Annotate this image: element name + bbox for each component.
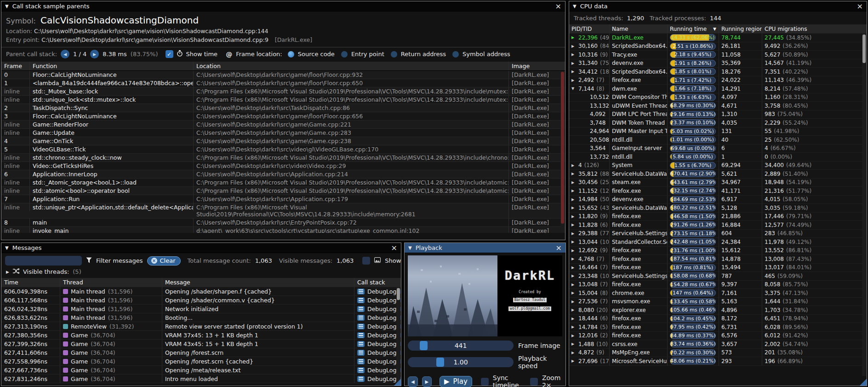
show-frame-checkbox[interactable] [362, 257, 370, 265]
expand-icon[interactable]: ▶ [571, 206, 576, 210]
cpu-row[interactable]: ▶15,004(8)chrome.exe147 ms (0.64%)7,1613… [569, 289, 867, 298]
expand-icon[interactable]: ▶ [571, 257, 576, 261]
column-header-pid/tid[interactable]: PID/TID [569, 24, 610, 33]
callstack-list-icon[interactable] [357, 323, 365, 329]
expand-icon[interactable]: ▶ [571, 197, 576, 202]
message-row[interactable]: 606,049,398nsMain thread(31,596)Opening … [1, 287, 401, 296]
cpu-row[interactable]: ▶16,464(7)firefox.exe187 ms (0.81%)15,49… [569, 264, 867, 272]
message-row[interactable]: 627,667,736nsGame(36,704)Opening /meta/r… [1, 366, 401, 375]
expand-icon[interactable]: ▶ [571, 325, 576, 329]
show-time-checkbox[interactable]: ✓ [166, 50, 173, 58]
prev-callstack-button[interactable]: ◀ [61, 50, 69, 58]
cpu-row[interactable]: ▶4(126)System1.55 s (6.70%)69,29434,400(… [569, 162, 867, 170]
callstack-row[interactable]: 5VideoGLBase::TickC:\Users\wolf\Desktop\… [1, 145, 565, 154]
cpu-row[interactable]: ▶15,652(43)ServiceHub.DataWarehou580.22 … [569, 204, 867, 213]
callstack-row[interactable]: 8mainC:\Users\wolf\Desktop\darkrl\src\En… [1, 219, 565, 227]
callstack-row[interactable]: 0Floor::CalcLightNoLuminanceC:\Users\wol… [1, 71, 565, 79]
callstack-list-icon[interactable] [357, 306, 365, 312]
expand-icon[interactable]: ▶ [571, 291, 576, 295]
cpu-row[interactable]: 13,732ntdll.dll5.84 us (0.00%)10(0.00%) [569, 153, 867, 162]
callstack-list-icon[interactable] [357, 289, 365, 295]
messages-scrollbar[interactable] [396, 287, 400, 384]
message-row[interactable]: 606,117,568nsMain thread(31,596)Opening … [1, 296, 401, 305]
cpu-row[interactable]: ▶11,152(12)firefox.exe632.15 ms (2.74%)4… [569, 187, 867, 196]
column-header-name[interactable]: Name [610, 24, 668, 33]
column-header-running-regions[interactable]: Running regions [719, 24, 762, 33]
cpu-row[interactable]: ▶10,316(9)Tracy.exe2.18 s (9.45%)11,0585… [569, 51, 867, 59]
cpu-row[interactable]: ▶8,080(20)explorer.exe105.66 ms (0.46%)4… [569, 306, 867, 315]
expand-icon[interactable]: ▶ [571, 248, 576, 253]
cpu-row[interactable]: 10,512DWM Compositor Thread1.53 s (6.63%… [569, 93, 867, 102]
message-row[interactable]: 627,380,356nsGame(36,704)VRAM 37x45: 13 … [1, 331, 401, 340]
callstack-row[interactable]: 2TaskDispatch::SyncC:\Users\wolf\Desktop… [1, 104, 565, 112]
resize-grip[interactable] [860, 379, 867, 386]
cpu-row[interactable]: ▶2,492(7)firefox.exe1.71 s (7.42%)24,022… [569, 76, 867, 85]
cpu-row[interactable]: ▶31,340(75)devenv.exe1.91 s (8.26%)35,36… [569, 59, 867, 68]
radio-source-code[interactable] [288, 51, 294, 58]
frame-image-slider[interactable]: 441 [408, 341, 514, 351]
cpu-row[interactable]: ▶29,388(77)ServiceHub.SettingsHost273.15… [569, 230, 867, 238]
callstack-row[interactable]: inlinestd::_Mutex_base::lockC:\Program F… [1, 87, 565, 96]
message-row[interactable]: 626,024,328nsMain thread(31,596)Network … [1, 305, 401, 313]
callstack-row[interactable]: 1<lambda_84a19dc444fae966ca174e83e708bdc… [1, 79, 565, 87]
sync-timeline-checkbox[interactable] [481, 378, 489, 386]
expand-icon[interactable]: ▶ [571, 172, 576, 176]
message-row[interactable]: 627,399,326nsGame(36,704)VRAM 43x45: 15 … [1, 340, 401, 348]
callstack-row[interactable]: inlineVideo::GetTicksHiResC:\Users\wolf\… [1, 162, 565, 170]
callstack-row[interactable]: inlinestd::atomic<bool>::operator boolC:… [1, 187, 565, 195]
expand-icon[interactable]: ▶ [571, 359, 576, 363]
cpu-row[interactable]: 3,748DWM Token Thread23.37 ms (0.10%)4,0… [569, 119, 867, 127]
radio-entry-point[interactable] [341, 51, 348, 58]
callstack-row[interactable]: 3Floor::CalcLightNoLuminanceC:\Users\wol… [1, 112, 565, 121]
expand-icon[interactable]: ▶ [571, 78, 576, 82]
callstack-row[interactable]: inlinestd::_Atomic_storage<bool,1>::load… [1, 179, 565, 187]
cpu-row[interactable]: ▶11,828(6)firefox.exe291.26 ms (1.26%)16… [569, 221, 867, 230]
expand-icon[interactable]: ▶ [571, 163, 576, 168]
expand-icon[interactable]: ▶ [571, 300, 576, 304]
cpu-row[interactable]: ▶23,348(106)ServiceHub.SettingsHost158.0… [569, 272, 867, 281]
cpu-row[interactable]: 3,564GameInput server69.68 us (0.00%)64(… [569, 144, 867, 153]
cpu-row[interactable]: ▶14,784(5)firefox.exe97.95 ms (0.42%)6,7… [569, 323, 867, 332]
callstack-row[interactable]: inlineinvoke_maind:\agent\_work\63\s\src… [1, 227, 565, 233]
close-icon[interactable]: × [391, 245, 397, 251]
expand-icon[interactable]: ▶ [571, 317, 576, 321]
callstack-list-icon[interactable] [357, 358, 365, 364]
cpu-row[interactable]: ▶13,048(7)firefox.exe154.28 ms (0.67%)9,… [569, 281, 867, 289]
collapse-icon[interactable]: ▼ [573, 4, 577, 9]
callstack-row[interactable]: inlinestd::unique_lock<std::mutex>::lock… [1, 96, 565, 104]
cpu-row[interactable]: ▶4,872(9)MsMpEng.exe70.22 ms (0.30%)5732… [569, 349, 867, 358]
close-icon[interactable]: × [555, 3, 561, 10]
callstack-row[interactable]: inlinestd::unique_ptr<Application,std::d… [1, 203, 565, 219]
expand-icon[interactable]: ▶ [571, 342, 576, 346]
cpu-row[interactable]: ▼7,144(8)dwm.exe1.66 s (7.18%)14,2918,21… [569, 85, 867, 93]
callstack-scrollbar[interactable] [560, 71, 565, 233]
expand-icon[interactable]: ▶ [571, 61, 576, 65]
expand-icon[interactable]: ▶ [571, 283, 576, 287]
column-header-running-time[interactable]: Running time▼ [668, 24, 719, 33]
expand-icon[interactable]: ▶ [571, 240, 576, 244]
filter-input[interactable] [5, 256, 82, 266]
expand-icon[interactable]: ▶ [571, 69, 576, 74]
playback-speed-slider[interactable]: 1.00 [408, 357, 514, 367]
cpu-row[interactable]: ▶30,456(25)steam.exe643.61 ms (2.79%)34,… [569, 179, 867, 187]
expand-icon[interactable]: ▶ [6, 270, 9, 274]
expand-icon[interactable]: ▶ [571, 334, 576, 338]
expand-icon[interactable]: ▶ [571, 35, 576, 40]
message-row[interactable]: 627,313,190nsRemoteView(31,392)Remote vi… [1, 322, 401, 331]
callstack-row[interactable]: 7Application::RunC:\Users\wolf\Desktop\d… [1, 195, 565, 203]
expand-icon[interactable]: ▶ [571, 44, 576, 48]
cpu-row[interactable]: ▶4,768(7)firefox.exe187.54 ms (0.81%)14,… [569, 255, 867, 264]
callstack-row[interactable]: 4Game::OnTickC:\Users\wolf\Desktop\darkr… [1, 137, 565, 145]
callstack-list-icon[interactable] [357, 350, 365, 356]
cpu-row[interactable]: 13,132uDWM Event Thread68.29 ms (0.30%)4… [569, 102, 867, 110]
step-back-button[interactable]: ◀ [408, 376, 418, 387]
zoom-2x-checkbox[interactable] [530, 378, 538, 386]
radio-return-address[interactable] [391, 51, 397, 58]
callstack-row[interactable]: inlineGame::UpdateC:\Users\wolf\Desktop\… [1, 129, 565, 137]
step-forward-button[interactable]: ▶ [422, 376, 432, 387]
close-icon[interactable]: × [857, 3, 863, 10]
expand-icon[interactable]: ▶ [571, 180, 576, 185]
expand-icon[interactable]: ▶ [571, 231, 576, 236]
close-icon[interactable]: × [556, 245, 562, 251]
cpu-row[interactable]: ▶27,536(7)msvsmon.exe133.45 ms (0.58%)5,… [569, 298, 867, 306]
